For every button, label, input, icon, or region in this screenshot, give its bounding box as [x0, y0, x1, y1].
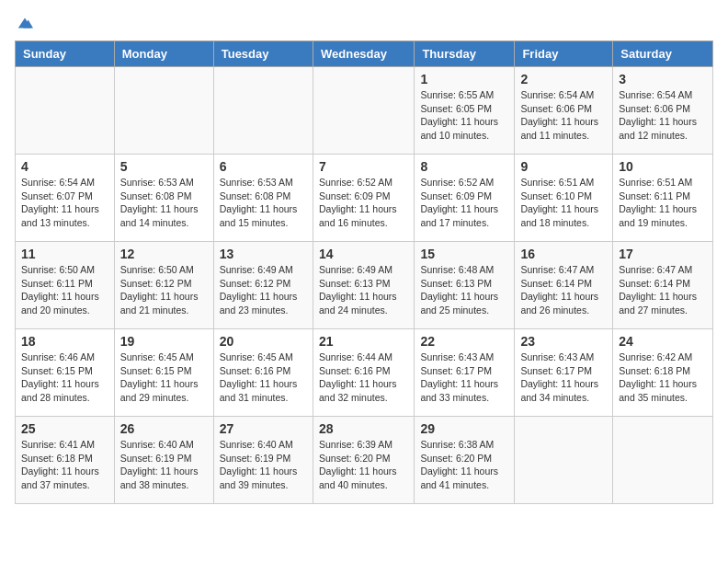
col-header-monday: Monday [114, 41, 213, 67]
day-info: Sunrise: 6:52 AM Sunset: 6:09 PM Dayligh… [420, 176, 508, 230]
day-number: 23 [520, 334, 607, 349]
calendar-cell: 7Sunrise: 6:52 AM Sunset: 6:09 PM Daylig… [313, 155, 414, 242]
day-info: Sunrise: 6:45 AM Sunset: 6:16 PM Dayligh… [220, 350, 307, 405]
day-info: Sunrise: 6:49 AM Sunset: 6:13 PM Dayligh… [319, 263, 408, 317]
day-number: 18 [21, 334, 108, 349]
day-info: Sunrise: 6:54 AM Sunset: 6:06 PM Dayligh… [520, 88, 607, 143]
day-info: Sunrise: 6:40 AM Sunset: 6:19 PM Dayligh… [220, 438, 307, 492]
day-info: Sunrise: 6:52 AM Sunset: 6:09 PM Dayligh… [319, 176, 408, 230]
week-row-1: 1Sunrise: 6:55 AM Sunset: 6:05 PM Daylig… [16, 67, 713, 155]
calendar-cell: 8Sunrise: 6:52 AM Sunset: 6:09 PM Daylig… [415, 155, 515, 242]
calendar-cell: 21Sunrise: 6:44 AM Sunset: 6:16 PM Dayli… [313, 329, 414, 417]
day-number: 19 [120, 334, 208, 349]
calendar-cell: 22Sunrise: 6:43 AM Sunset: 6:17 PM Dayli… [415, 329, 515, 417]
day-number: 26 [120, 421, 208, 436]
day-info: Sunrise: 6:46 AM Sunset: 6:15 PM Dayligh… [21, 350, 108, 405]
day-number: 10 [619, 159, 707, 174]
day-number: 15 [420, 247, 508, 261]
day-number: 27 [220, 421, 307, 436]
day-number: 25 [21, 421, 108, 436]
week-row-3: 11Sunrise: 6:50 AM Sunset: 6:11 PM Dayli… [16, 242, 713, 329]
header-row: SundayMondayTuesdayWednesdayThursdayFrid… [16, 41, 713, 67]
day-info: Sunrise: 6:50 AM Sunset: 6:12 PM Dayligh… [120, 263, 208, 317]
calendar-cell: 18Sunrise: 6:46 AM Sunset: 6:15 PM Dayli… [16, 329, 115, 417]
calendar-cell: 27Sunrise: 6:40 AM Sunset: 6:19 PM Dayli… [213, 417, 313, 504]
day-info: Sunrise: 6:55 AM Sunset: 6:05 PM Dayligh… [420, 88, 508, 143]
calendar-cell: 11Sunrise: 6:50 AM Sunset: 6:11 PM Dayli… [16, 242, 115, 329]
calendar-cell: 29Sunrise: 6:38 AM Sunset: 6:20 PM Dayli… [415, 417, 515, 504]
calendar-cell: 15Sunrise: 6:48 AM Sunset: 6:13 PM Dayli… [415, 242, 515, 329]
calendar-cell [16, 67, 115, 155]
calendar-cell: 3Sunrise: 6:54 AM Sunset: 6:06 PM Daylig… [613, 67, 713, 155]
calendar-cell: 12Sunrise: 6:50 AM Sunset: 6:12 PM Dayli… [114, 242, 213, 329]
day-info: Sunrise: 6:47 AM Sunset: 6:14 PM Dayligh… [619, 263, 707, 317]
day-number: 12 [120, 247, 208, 261]
calendar-cell: 6Sunrise: 6:53 AM Sunset: 6:08 PM Daylig… [213, 155, 313, 242]
calendar-cell: 9Sunrise: 6:51 AM Sunset: 6:10 PM Daylig… [515, 155, 613, 242]
day-number: 14 [319, 247, 408, 261]
day-number: 7 [319, 159, 408, 174]
day-info: Sunrise: 6:48 AM Sunset: 6:13 PM Dayligh… [420, 263, 508, 317]
day-info: Sunrise: 6:39 AM Sunset: 6:20 PM Dayligh… [319, 438, 408, 492]
day-info: Sunrise: 6:51 AM Sunset: 6:11 PM Dayligh… [619, 176, 707, 230]
day-number: 6 [220, 159, 307, 174]
day-info: Sunrise: 6:53 AM Sunset: 6:08 PM Dayligh… [120, 176, 208, 230]
day-info: Sunrise: 6:53 AM Sunset: 6:08 PM Dayligh… [220, 176, 307, 230]
day-number: 21 [319, 334, 408, 349]
calendar-cell: 17Sunrise: 6:47 AM Sunset: 6:14 PM Dayli… [613, 242, 713, 329]
header [15, 15, 713, 31]
day-number: 4 [21, 159, 108, 174]
col-header-thursday: Thursday [415, 41, 515, 67]
calendar-cell: 24Sunrise: 6:42 AM Sunset: 6:18 PM Dayli… [613, 329, 713, 417]
day-info: Sunrise: 6:44 AM Sunset: 6:16 PM Dayligh… [319, 350, 408, 405]
day-info: Sunrise: 6:54 AM Sunset: 6:06 PM Dayligh… [619, 88, 707, 143]
week-row-4: 18Sunrise: 6:46 AM Sunset: 6:15 PM Dayli… [16, 329, 713, 417]
calendar-cell: 13Sunrise: 6:49 AM Sunset: 6:12 PM Dayli… [213, 242, 313, 329]
day-number: 29 [420, 421, 508, 436]
calendar-cell: 20Sunrise: 6:45 AM Sunset: 6:16 PM Dayli… [213, 329, 313, 417]
calendar-cell: 10Sunrise: 6:51 AM Sunset: 6:11 PM Dayli… [613, 155, 713, 242]
col-header-wednesday: Wednesday [313, 41, 414, 67]
calendar-cell [213, 67, 313, 155]
day-number: 3 [619, 72, 707, 86]
day-info: Sunrise: 6:45 AM Sunset: 6:15 PM Dayligh… [120, 350, 208, 405]
calendar-cell [114, 67, 213, 155]
day-number: 1 [420, 72, 508, 86]
logo [15, 15, 33, 31]
calendar-cell: 25Sunrise: 6:41 AM Sunset: 6:18 PM Dayli… [16, 417, 115, 504]
day-number: 16 [520, 247, 607, 261]
day-info: Sunrise: 6:43 AM Sunset: 6:17 PM Dayligh… [520, 350, 607, 405]
day-number: 22 [420, 334, 508, 349]
day-number: 8 [420, 159, 508, 174]
day-info: Sunrise: 6:40 AM Sunset: 6:19 PM Dayligh… [120, 438, 208, 492]
col-header-sunday: Sunday [16, 41, 115, 67]
day-info: Sunrise: 6:47 AM Sunset: 6:14 PM Dayligh… [520, 263, 607, 317]
calendar-cell [515, 417, 613, 504]
day-info: Sunrise: 6:43 AM Sunset: 6:17 PM Dayligh… [420, 350, 508, 405]
calendar-cell: 19Sunrise: 6:45 AM Sunset: 6:15 PM Dayli… [114, 329, 213, 417]
day-info: Sunrise: 6:49 AM Sunset: 6:12 PM Dayligh… [220, 263, 307, 317]
day-number: 13 [220, 247, 307, 261]
col-header-tuesday: Tuesday [213, 41, 313, 67]
day-number: 5 [120, 159, 208, 174]
calendar-cell [313, 67, 414, 155]
calendar-cell: 23Sunrise: 6:43 AM Sunset: 6:17 PM Dayli… [515, 329, 613, 417]
week-row-5: 25Sunrise: 6:41 AM Sunset: 6:18 PM Dayli… [16, 417, 713, 504]
calendar-cell: 2Sunrise: 6:54 AM Sunset: 6:06 PM Daylig… [515, 67, 613, 155]
logo-icon [17, 15, 33, 31]
calendar-cell [613, 417, 713, 504]
col-header-friday: Friday [515, 41, 613, 67]
day-info: Sunrise: 6:54 AM Sunset: 6:07 PM Dayligh… [21, 176, 108, 230]
week-row-2: 4Sunrise: 6:54 AM Sunset: 6:07 PM Daylig… [16, 155, 713, 242]
day-number: 24 [619, 334, 707, 349]
day-number: 20 [220, 334, 307, 349]
day-number: 11 [21, 247, 108, 261]
day-info: Sunrise: 6:42 AM Sunset: 6:18 PM Dayligh… [619, 350, 707, 405]
calendar-cell: 16Sunrise: 6:47 AM Sunset: 6:14 PM Dayli… [515, 242, 613, 329]
calendar-table: SundayMondayTuesdayWednesdayThursdayFrid… [15, 40, 713, 504]
calendar-cell: 28Sunrise: 6:39 AM Sunset: 6:20 PM Dayli… [313, 417, 414, 504]
day-number: 17 [619, 247, 707, 261]
day-info: Sunrise: 6:38 AM Sunset: 6:20 PM Dayligh… [420, 438, 508, 492]
day-number: 9 [520, 159, 607, 174]
calendar-cell: 1Sunrise: 6:55 AM Sunset: 6:05 PM Daylig… [415, 67, 515, 155]
